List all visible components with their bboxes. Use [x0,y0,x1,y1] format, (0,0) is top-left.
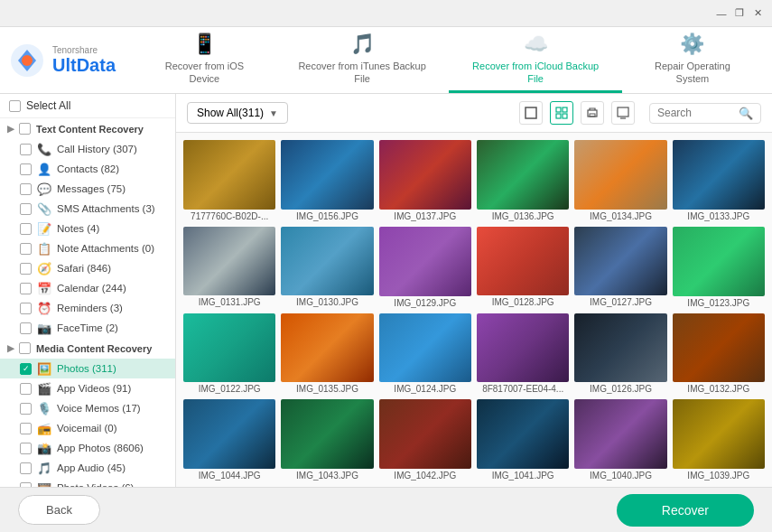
calendar-label: Calendar (244) [57,283,168,294]
call-history-label: Call History (307) [57,144,168,154]
photo-thumbnail [281,227,373,296]
photos-icon: 🖼️ [37,361,51,376]
notes-checkbox[interactable] [20,223,32,235]
show-all-button[interactable]: Show All (311) ▼ [187,102,288,124]
photo-item[interactable]: IMG_0126.JPG [574,313,666,395]
view-grid-button[interactable] [550,101,573,125]
svg-rect-9 [618,107,628,117]
photo-videos-checkbox[interactable] [20,482,32,488]
photo-item[interactable]: IMG_0133.JPG [673,140,765,221]
sidebar-item-sms-attachments[interactable]: 📎 SMS Attachments (3) [0,199,175,219]
sidebar-item-safari[interactable]: 🧭 Safari (846) [0,258,175,278]
section-text-checkbox[interactable] [19,123,31,135]
tab-repair[interactable]: ⚙️ Repair Operating System [622,27,763,93]
photo-item[interactable]: IMG_1044.JPG [183,399,275,481]
photo-item[interactable]: IMG_0156.JPG [281,140,373,221]
sidebar-item-app-photos[interactable]: 📸 App Photos (8606) [0,438,175,458]
sidebar-item-contacts[interactable]: 👤 Contacts (82) [0,159,175,179]
app-photos-checkbox[interactable] [20,443,32,454]
search-box[interactable]: 🔍 [649,103,761,124]
photo-item[interactable]: IMG_0123.JPG [673,227,765,308]
sidebar-item-photo-videos[interactable]: 🎞️ Photo Videos (6) [0,478,175,487]
photo-item[interactable]: IMG_0130.JPG [281,227,373,308]
print-button[interactable] [581,101,604,125]
photo-item[interactable]: IMG_0131.JPG [183,227,275,308]
note-attachments-checkbox[interactable] [20,243,32,255]
sidebar-item-note-attachments[interactable]: 📋 Note Attachments (0) [0,238,175,258]
photo-thumbnail [673,140,765,210]
photo-label: IMG_0135.JPG [281,384,373,394]
sidebar-item-calendar[interactable]: 📅 Calendar (244) [0,278,175,298]
sidebar-item-reminders[interactable]: ⏰ Reminders (3) [0,298,175,318]
view-single-button[interactable] [519,101,543,125]
voice-memos-checkbox[interactable] [20,403,32,415]
voicemail-checkbox[interactable] [20,423,32,434]
select-all-checkbox[interactable] [9,100,21,112]
photo-item[interactable]: IMG_1039.JPG [673,399,765,481]
photo-item[interactable]: IMG_0129.JPG [379,227,471,308]
sidebar-item-notes[interactable]: 📝 Notes (4) [0,219,175,238]
safari-checkbox[interactable] [20,263,32,275]
facetime-checkbox[interactable] [20,322,32,334]
photo-item[interactable]: IMG_1042.JPG [379,399,471,481]
photo-item[interactable]: IMG_0127.JPG [574,227,666,308]
back-button[interactable]: Back [18,495,100,525]
search-input[interactable] [657,107,739,119]
close-button[interactable]: ✕ [750,6,765,21]
sidebar-item-call-history[interactable]: 📞 Call History (307) [0,139,175,159]
photo-videos-label: Photo Videos (6) [57,482,168,487]
messages-checkbox[interactable] [20,183,32,195]
recover-button[interactable]: Recover [617,494,754,527]
call-history-icon: 📞 [37,142,51,156]
voicemail-icon: 📻 [37,421,51,435]
photo-item[interactable]: IMG_0137.JPG [379,140,471,221]
logo: Tenorshare UltData [9,42,116,79]
calendar-checkbox[interactable] [20,283,32,294]
svg-rect-6 [563,114,567,118]
sidebar-item-voice-memos[interactable]: 🎙️ Voice Memos (17) [0,398,175,418]
sidebar-item-app-audio[interactable]: 🎵 App Audio (45) [0,458,175,478]
sidebar-item-voicemail[interactable]: 📻 Voicemail (0) [0,418,175,438]
photo-item[interactable]: IMG_0135.JPG [281,313,373,395]
contacts-checkbox[interactable] [20,163,32,175]
photo-item[interactable]: IMG_0134.JPG [574,140,666,221]
photo-thumbnail [477,399,569,469]
repair-icon: ⚙️ [680,33,704,56]
photo-label: IMG_0136.JPG [477,211,569,221]
photo-thumbnail [281,313,373,383]
sidebar-item-app-videos[interactable]: 🎬 App Videos (91) [0,378,175,398]
app-audio-checkbox[interactable] [20,462,32,474]
minimize-button[interactable]: — [714,6,729,21]
photo-item[interactable]: 8F817007-EE04-4... [477,313,569,395]
select-all-item[interactable]: Select All [0,94,175,118]
tab-itunes[interactable]: 🎵 Recover from iTunes Backup File [275,27,450,93]
app-audio-icon: 🎵 [37,461,51,475]
tab-ios[interactable]: 📱 Recover from iOS Device [134,27,275,93]
photo-item[interactable]: IMG_1040.JPG [574,399,666,481]
photos-checkbox[interactable] [20,363,32,375]
photo-item[interactable]: IMG_1043.JPG [281,399,373,481]
export-button[interactable] [611,101,635,125]
sidebar-item-facetime[interactable]: 📷 FaceTime (2) [0,318,175,338]
call-history-checkbox[interactable] [20,144,32,155]
photo-item[interactable]: IMG_0128.JPG [477,227,569,308]
photo-item[interactable]: 7177760C-B02D-... [183,140,275,221]
app-videos-checkbox[interactable] [20,383,32,395]
photo-item[interactable]: IMG_0124.JPG [379,313,471,395]
photo-item[interactable]: IMG_0122.JPG [183,313,275,395]
section-media-checkbox[interactable] [19,342,31,354]
sidebar-item-messages[interactable]: 💬 Messages (75) [0,179,175,199]
sidebar-item-photos[interactable]: 🖼️ Photos (311) [0,359,175,378]
photo-item[interactable]: IMG_0136.JPG [477,140,569,221]
sms-attachments-checkbox[interactable] [20,203,32,215]
section-media-label: Media Content Recovery [36,343,152,354]
reminders-icon: ⏰ [37,301,51,315]
photo-item[interactable]: IMG_0132.JPG [673,313,765,395]
section-text-label: Text Content Recovery [36,124,144,135]
photo-item[interactable]: IMG_1041.JPG [477,399,569,481]
section-text-header[interactable]: ▶ Text Content Recovery [0,118,175,139]
tab-icloud[interactable]: ☁️ Recover from iCloud Backup File [449,27,621,93]
restore-button[interactable]: ❐ [732,6,747,21]
reminders-checkbox[interactable] [20,303,32,314]
section-media-header[interactable]: ▶ Media Content Recovery [0,338,175,359]
